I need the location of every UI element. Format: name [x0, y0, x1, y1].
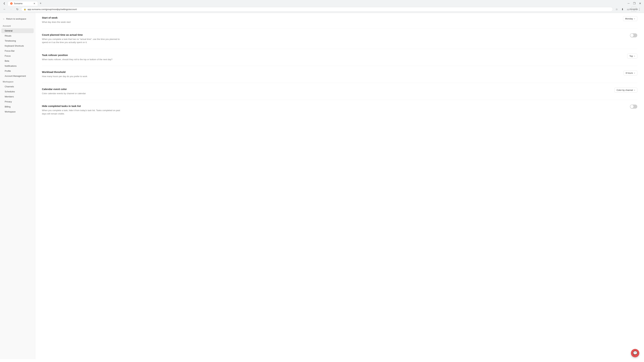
toggle-knob — [630, 105, 634, 108]
sidebar-item-profile[interactable]: Profile — [1, 68, 34, 73]
bookmark-button[interactable]: ☆ — [614, 7, 619, 12]
sidebar-item-beta[interactable]: Beta — [1, 58, 34, 63]
back-button[interactable]: ← — [2, 7, 7, 12]
forward-button[interactable]: → — [8, 7, 14, 12]
setting-description-count-planned-time: When you complete a task that has no "ac… — [42, 37, 122, 44]
sidebar-item-notifications[interactable]: Notifications — [1, 63, 34, 68]
setting-text-workload-threshold: Workload threshold How many hours per da… — [42, 70, 610, 78]
setting-control-task-rollover: Top ∨ — [617, 54, 637, 58]
sidebar-item-keyboard-shortcuts[interactable]: Keyboard Shortcuts — [1, 43, 34, 48]
browser-tab-bar: ❮ S Sunsama ✕ + ─ ❐ ✕ — [0, 0, 644, 6]
setting-row-start-of-week: Start of week What day does the week sta… — [42, 13, 637, 29]
chevron-down-icon: ∨ — [634, 89, 635, 91]
main-content: Start of week What day does the week sta… — [35, 13, 644, 359]
sidebar-item-channels[interactable]: Channels — [1, 84, 34, 89]
chevron-down-icon: ∨ — [634, 55, 635, 57]
sidebar: ← Return to workspace Account General Ri… — [0, 13, 35, 359]
workload-threshold-dropdown[interactable]: 8 hours ∨ — [624, 70, 637, 75]
new-tab-button[interactable]: + — [38, 1, 43, 6]
start-of-week-dropdown[interactable]: Monday ∨ — [623, 16, 637, 21]
url-text: app.sunsama.com/group/moodjoy/settings/a… — [28, 8, 610, 10]
setting-row-hide-completed-tasks: Hide completed tasks in task list When y… — [42, 100, 637, 120]
sidebar-item-account-management[interactable]: Account Management — [1, 73, 34, 78]
app-layout: ← Return to workspace Account General Ri… — [0, 13, 644, 359]
setting-row-calendar-event-color: Calendar event color Color calendar even… — [42, 83, 637, 100]
tab-title: Sunsama — [14, 2, 32, 5]
setting-title-workload-threshold: Workload threshold — [42, 70, 610, 73]
tab-close-button[interactable]: ✕ — [33, 2, 36, 5]
browser-chrome: ❮ S Sunsama ✕ + ─ ❐ ✕ ← → ↻ 🔒 app.sunsam… — [0, 0, 644, 13]
setting-row-task-rollover: Task rollover position When tasks rollov… — [42, 49, 637, 66]
sidebar-item-rituals[interactable]: Rituals — [1, 33, 34, 38]
setting-text-count-planned-time: Count planned time as actual time When y… — [42, 33, 610, 44]
sidebar-item-focus-bar[interactable]: Focus Bar — [1, 48, 34, 53]
return-label: Return to workspace — [6, 17, 26, 20]
sidebar-item-privacy[interactable]: Privacy — [1, 99, 34, 104]
setting-description-start-of-week: What day does the week start — [42, 20, 122, 24]
setting-description-workload-threshold: How many hours per day do you prefer to … — [42, 75, 122, 78]
setting-title-calendar-event-color: Calendar event color — [42, 88, 608, 90]
lock-icon: 🔒 — [24, 8, 26, 10]
toggle-knob — [630, 34, 634, 37]
setting-description-hide-completed-tasks: When you complete a task, hide it from t… — [42, 109, 122, 115]
chevron-down-icon: ∨ — [634, 18, 635, 19]
tab-favicon: S — [10, 2, 12, 5]
menu-button[interactable]: ⋮ — [637, 7, 642, 12]
download-button[interactable]: ⬇ — [620, 7, 625, 12]
workspace-section-label: Workspace — [0, 79, 35, 84]
hide-completed-tasks-toggle[interactable] — [630, 105, 637, 109]
chat-support-button[interactable]: 💬 — [631, 349, 639, 357]
restore-button[interactable]: ❐ — [632, 1, 636, 6]
sidebar-item-general[interactable]: General — [1, 28, 34, 33]
return-to-workspace-button[interactable]: ← Return to workspace — [0, 16, 35, 23]
sidebar-item-schedules[interactable]: Schedules — [1, 89, 34, 94]
profile-button[interactable]: Incognito — [631, 7, 636, 12]
chat-icon: 💬 — [633, 351, 638, 355]
chevron-down-icon: ∨ — [634, 72, 635, 74]
setting-title-count-planned-time: Count planned time as actual time — [42, 33, 610, 36]
setting-text-start-of-week: Start of week What day does the week sta… — [42, 16, 610, 24]
setting-row-count-planned-time: Count planned time as actual time When y… — [42, 29, 637, 49]
setting-description-task-rollover: When tasks rollover, should they roll to… — [42, 58, 122, 61]
setting-title-start-of-week: Start of week — [42, 16, 610, 19]
account-section-label: Account — [0, 23, 35, 28]
browser-tab[interactable]: S Sunsama ✕ — [8, 1, 38, 6]
address-bar[interactable]: 🔒 app.sunsama.com/group/moodjoy/settings… — [21, 7, 613, 11]
setting-control-count-planned-time — [617, 33, 637, 37]
back-arrow-icon: ← — [3, 17, 5, 20]
sidebar-item-members[interactable]: Members — [1, 94, 34, 99]
calendar-event-color-dropdown[interactable]: Color by channel ∨ — [614, 88, 637, 92]
sidebar-item-timeboxing[interactable]: Timeboxing — [1, 38, 34, 43]
setting-control-workload-threshold: 8 hours ∨ — [617, 70, 637, 75]
window-controls: ─ ❐ ✕ — [626, 1, 642, 6]
setting-control-hide-completed-tasks — [617, 105, 637, 109]
setting-control-start-of-week: Monday ∨ — [617, 16, 637, 21]
reload-button[interactable]: ↻ — [15, 7, 20, 12]
setting-title-hide-completed-tasks: Hide completed tasks in task list — [42, 105, 610, 107]
browser-nav-bar: ← → ↻ 🔒 app.sunsama.com/group/moodjoy/se… — [0, 6, 644, 13]
setting-control-calendar-event-color: Color by channel ∨ — [614, 88, 637, 92]
sidebar-item-workspace-settings[interactable]: Workspace — [1, 109, 34, 114]
setting-description-calendar-event-color: Color calendar events by channel or cale… — [42, 92, 122, 95]
setting-title-task-rollover: Task rollover position — [42, 54, 610, 56]
setting-text-hide-completed-tasks: Hide completed tasks in task list When y… — [42, 105, 610, 115]
sidebar-item-focus[interactable]: Focus — [1, 53, 34, 58]
close-button[interactable]: ✕ — [638, 1, 642, 6]
tab-back-btn[interactable]: ❮ — [2, 1, 7, 6]
minimize-button[interactable]: ─ — [626, 1, 631, 6]
sidebar-item-billing[interactable]: Billing — [1, 104, 34, 109]
count-planned-time-toggle[interactable] — [630, 33, 637, 37]
setting-row-workload-threshold: Workload threshold How many hours per da… — [42, 66, 637, 83]
setting-text-calendar-event-color: Calendar event color Color calendar even… — [42, 88, 608, 95]
setting-text-task-rollover: Task rollover position When tasks rollov… — [42, 54, 610, 61]
task-rollover-dropdown[interactable]: Top ∨ — [627, 54, 637, 58]
nav-actions: ☆ ⬇ ▭ Incognito ⋮ — [614, 7, 642, 12]
